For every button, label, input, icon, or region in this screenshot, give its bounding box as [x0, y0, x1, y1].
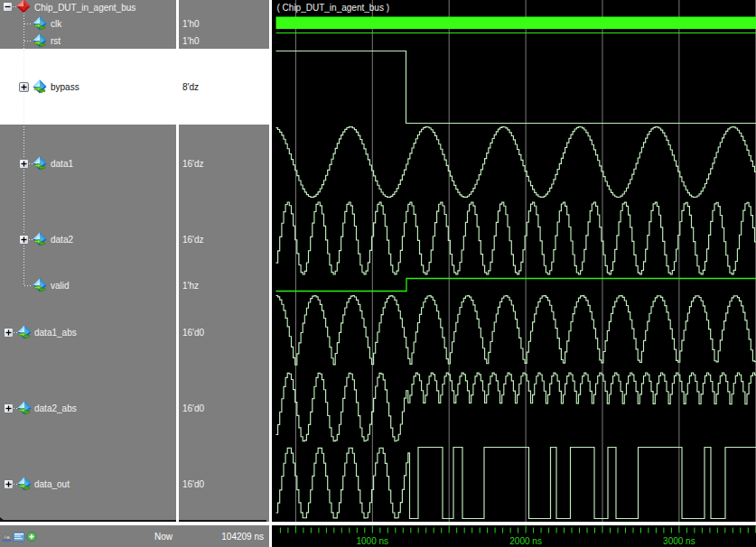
svg-text:2000 ns: 2000 ns	[509, 536, 542, 546]
svg-text:3000 ns: 3000 ns	[663, 536, 695, 546]
svg-text:1000 ns: 1000 ns	[357, 536, 389, 546]
